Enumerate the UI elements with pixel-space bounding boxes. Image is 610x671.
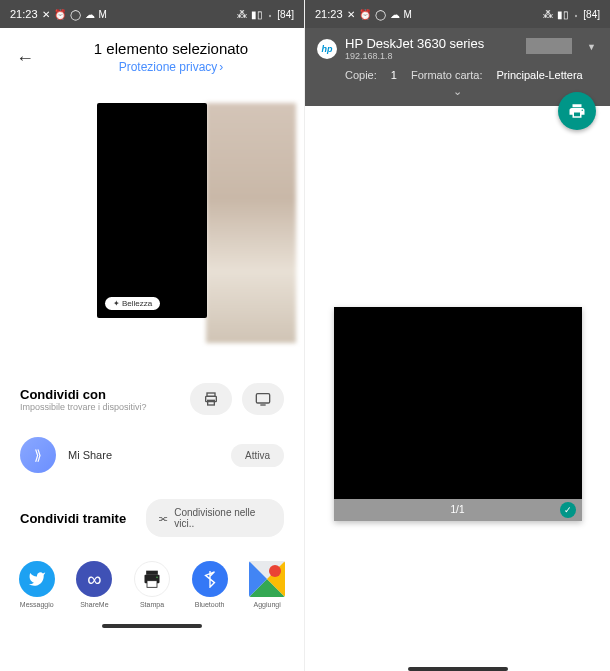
beauty-chip[interactable]: ✦ Bellezza bbox=[105, 297, 160, 310]
whatsapp-icon: ◯ bbox=[70, 9, 81, 20]
nearby-share-chip[interactable]: ⫘ Condivisione nelle vici.. bbox=[146, 499, 284, 537]
cast-icon bbox=[255, 392, 271, 406]
share-with-title: Condividi con bbox=[20, 387, 147, 402]
mail-icon: M bbox=[99, 9, 107, 20]
share-with-sub[interactable]: Impossibile trovare i dispositivi? bbox=[20, 402, 147, 412]
printer-icon bbox=[568, 102, 586, 120]
wifi-icon: ⬫ bbox=[267, 9, 273, 20]
wifi-icon: ⬫ bbox=[573, 9, 579, 20]
header: ← 1 elemento selezionato Protezione priv… bbox=[0, 28, 304, 83]
share-with-section: Condividi con Impossibile trovare i disp… bbox=[0, 373, 304, 425]
status-bar: 21:23 ✕ ⏰ ◯ ☁ M ⁂ ▮▯ ⬫ [84] bbox=[305, 0, 610, 28]
alarm-icon: ⏰ bbox=[359, 9, 371, 20]
alarm-icon: ⏰ bbox=[54, 9, 66, 20]
mail-icon: M bbox=[404, 9, 412, 20]
format-value[interactable]: Principale-Lettera bbox=[496, 69, 582, 81]
print-image bbox=[334, 307, 582, 499]
page-title: 1 elemento selezionato bbox=[54, 40, 288, 57]
app-grid: Messaggio ∞ ShareMe Stampa Bluetooth Agg… bbox=[0, 551, 304, 618]
copies-label: Copie: bbox=[345, 69, 377, 81]
battery-icon: [84] bbox=[277, 9, 294, 20]
print-preview-area: 1/1 ✓ bbox=[305, 106, 610, 661]
svg-rect-3 bbox=[256, 394, 269, 403]
mishare-icon: ⟫ bbox=[20, 437, 56, 473]
printer-icon bbox=[203, 391, 219, 407]
nearby-icon: ⫘ bbox=[158, 513, 168, 524]
printer-name: HP DeskJet 3630 series bbox=[345, 36, 484, 51]
whatsapp-icon: ◯ bbox=[375, 9, 386, 20]
mishare-label: Mi Share bbox=[68, 449, 112, 461]
bluetooth-status-icon: ⁂ bbox=[543, 9, 553, 20]
app-maps[interactable]: Aggiungi bbox=[248, 561, 286, 608]
svg-rect-7 bbox=[147, 581, 157, 588]
nav-bar[interactable] bbox=[102, 624, 202, 628]
bluetooth-icon bbox=[192, 561, 228, 597]
maps-icon bbox=[249, 561, 285, 597]
nav-bar[interactable] bbox=[408, 667, 508, 671]
selected-image[interactable]: ✦ Bellezza bbox=[97, 103, 207, 318]
privacy-link[interactable]: Protezione privacy› bbox=[119, 60, 224, 74]
svg-point-10 bbox=[269, 565, 281, 577]
print-app-icon bbox=[134, 561, 170, 597]
page-footer: 1/1 ✓ bbox=[334, 499, 582, 521]
status-time: 21:23 bbox=[10, 8, 38, 20]
svg-point-8 bbox=[156, 577, 158, 579]
hp-logo-icon: hp bbox=[317, 39, 337, 59]
mute-icon: ✕ bbox=[347, 9, 355, 20]
image-preview: ✦ Bellezza ✓ bbox=[0, 103, 304, 363]
twitter-icon bbox=[19, 561, 55, 597]
share-via-row: Condividi tramite ⫘ Condivisione nelle v… bbox=[0, 485, 304, 551]
page-counter: 1/1 bbox=[451, 504, 465, 515]
copies-value[interactable]: 1 bbox=[391, 69, 397, 81]
expand-options[interactable]: ⌄ bbox=[317, 85, 598, 102]
cast-button[interactable] bbox=[242, 383, 284, 415]
next-image-preview[interactable] bbox=[206, 103, 296, 343]
share-screen: 21:23 ✕ ⏰ ◯ ☁ M ⁂ ▮▯ ⬫ [84] ← 1 elemento… bbox=[0, 0, 305, 671]
bluetooth-status-icon: ⁂ bbox=[237, 9, 247, 20]
page-selected-check-icon[interactable]: ✓ bbox=[560, 502, 576, 518]
signal-icon: ▮▯ bbox=[251, 9, 263, 20]
mute-icon: ✕ bbox=[42, 9, 50, 20]
share-via-title: Condividi tramite bbox=[20, 511, 126, 526]
print-page[interactable]: 1/1 ✓ bbox=[334, 307, 582, 521]
back-button[interactable]: ← bbox=[16, 48, 34, 69]
cloud-icon: ☁ bbox=[85, 9, 95, 20]
mishare-row: ⟫ Mi Share Attiva bbox=[0, 425, 304, 485]
cloud-icon: ☁ bbox=[390, 9, 400, 20]
chevron-right-icon: › bbox=[219, 60, 223, 74]
printer-dropdown[interactable]: ▼ bbox=[587, 42, 596, 52]
app-shareme[interactable]: ∞ ShareMe bbox=[76, 561, 114, 608]
format-label: Formato carta: bbox=[411, 69, 483, 81]
status-time: 21:23 bbox=[315, 8, 343, 20]
print-screen: 21:23 ✕ ⏰ ◯ ☁ M ⁂ ▮▯ ⬫ [84] hp HP DeskJe… bbox=[305, 0, 610, 671]
app-print[interactable]: Stampa bbox=[133, 561, 171, 608]
print-fab[interactable] bbox=[558, 92, 596, 130]
svg-rect-5 bbox=[146, 571, 158, 575]
printer-ip: 192.168.1.8 bbox=[345, 51, 484, 61]
printer-header: hp HP DeskJet 3630 series 192.168.1.8 ▼ … bbox=[305, 28, 610, 106]
app-twitter[interactable]: Messaggio bbox=[18, 561, 56, 608]
activate-button[interactable]: Attiva bbox=[231, 444, 284, 467]
wand-icon: ✦ bbox=[113, 299, 120, 308]
shareme-icon: ∞ bbox=[76, 561, 112, 597]
redacted-area bbox=[526, 38, 572, 54]
status-bar: 21:23 ✕ ⏰ ◯ ☁ M ⁂ ▮▯ ⬫ [84] bbox=[0, 0, 304, 28]
signal-icon: ▮▯ bbox=[557, 9, 569, 20]
app-bluetooth[interactable]: Bluetooth bbox=[191, 561, 229, 608]
print-button[interactable] bbox=[190, 383, 232, 415]
battery-icon: [84] bbox=[583, 9, 600, 20]
